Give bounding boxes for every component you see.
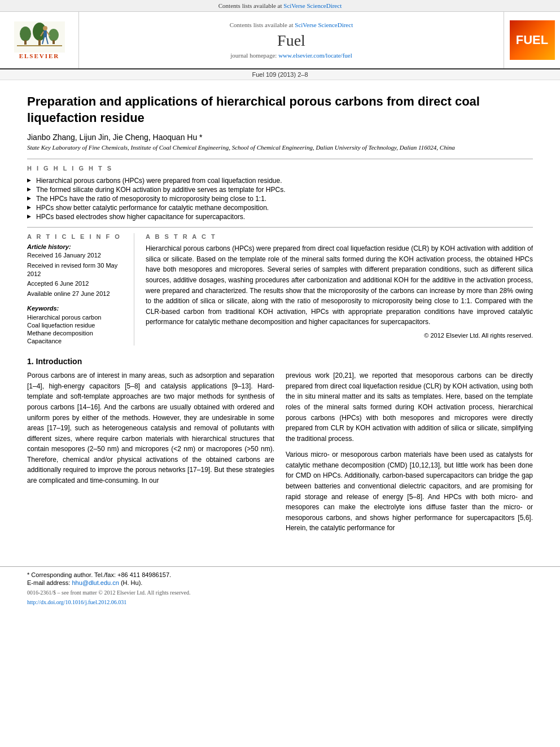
body-right-col: previous work [20,21], we reported that … xyxy=(286,370,533,539)
issue-line: Fuel 109 (2013) 2–8 xyxy=(0,69,560,80)
svg-rect-8 xyxy=(43,30,47,37)
authors-text: Jianbo Zhang, Lijun Jin, Jie Cheng, Haoq… xyxy=(27,133,203,142)
keyword-4: Capacitance xyxy=(27,338,126,344)
email-label: E-mail address: xyxy=(27,579,70,586)
intro-title: 1. Introduction xyxy=(27,357,533,366)
keywords-section: Keywords: Hierarchical porous carbon Coa… xyxy=(27,305,126,344)
abstract-copyright: © 2012 Elsevier Ltd. All rights reserved… xyxy=(146,332,533,339)
article-info-col: A R T I C L E I N F O Article history: R… xyxy=(27,233,134,346)
abstract-label: A B S T R A C T xyxy=(146,233,533,240)
elsevier-tree-icon xyxy=(14,21,65,53)
affiliation: State Key Laboratory of Fine Chemicals, … xyxy=(27,144,533,151)
journal-info-center: Contents lists available at SciVerse Sci… xyxy=(79,12,504,68)
abstract-text: Hierarchical porous carbons (HPCs) were … xyxy=(146,243,533,327)
svg-rect-4 xyxy=(38,40,41,45)
highlights-list: Hierarchical porous carbons (HPCs) were … xyxy=(27,176,533,221)
fuel-logo-box: FUEL xyxy=(510,20,555,60)
sciverse-header-link[interactable]: SciVerse ScienceDirect xyxy=(295,21,353,28)
keyword-3: Methane decomposition xyxy=(27,330,126,337)
highlights-section: H I G H L I G H T S Hierarchical porous … xyxy=(27,165,533,221)
issn-line: 0016-2361/$ – see front matter © 2012 El… xyxy=(27,589,533,596)
top-bar: Contents lists available at SciVerse Sci… xyxy=(0,0,560,12)
available-date: Available online 27 June 2012 xyxy=(27,290,126,298)
body-two-col: Porous carbons are of interest in many a… xyxy=(27,370,533,539)
svg-point-1 xyxy=(20,27,31,41)
body-content: 1. Introduction Porous carbons are of in… xyxy=(27,357,533,539)
main-content: Preparation and applications of hierarch… xyxy=(0,80,560,553)
svg-rect-2 xyxy=(24,40,27,45)
keywords-label: Keywords: xyxy=(27,305,126,312)
keyword-1: Hierarchical porous carbon xyxy=(27,314,126,321)
article-info-label: A R T I C L E I N F O xyxy=(27,233,126,240)
issn-text: 0016-2361/$ – see front matter © 2012 El… xyxy=(27,589,190,596)
journal-homepage: journal homepage: www.elsevier.com/locat… xyxy=(230,52,352,59)
svg-rect-6 xyxy=(53,40,55,44)
authors: Jianbo Zhang, Lijun Jin, Jie Cheng, Haoq… xyxy=(27,133,533,142)
contents-available-text: Contents lists available at SciVerse Sci… xyxy=(230,21,353,28)
article-history: Article history: Received 16 January 201… xyxy=(27,243,126,298)
keyword-2: Coal liquefaction residue xyxy=(27,322,126,329)
doi-line: http://dx.doi.org/10.1016/j.fuel.2012.06… xyxy=(27,599,533,605)
highlight-item-1: Hierarchical porous carbons (HPCs) were … xyxy=(27,176,533,185)
contents-text: Contents lists available at xyxy=(218,2,283,9)
elsevier-label: ELSEVIER xyxy=(19,53,60,59)
history-label: Article history: xyxy=(27,243,126,250)
journal-header: ELSEVIER Contents lists available at Sci… xyxy=(0,12,560,69)
intro-paragraph-3: Various micro- or mesoporous carbon mate… xyxy=(286,449,533,534)
received-revised-date: Received in revised form 30 May 2012 xyxy=(27,261,126,279)
body-left-col: Porous carbons are of interest in many a… xyxy=(27,370,274,539)
doi-link[interactable]: http://dx.doi.org/10.1016/j.fuel.2012.06… xyxy=(27,599,126,605)
fuel-logo-text: FUEL xyxy=(516,33,548,47)
email-note: E-mail address: hhu@dlut.edu.cn (H. Hu). xyxy=(27,579,533,586)
accepted-date: Accepted 6 June 2012 xyxy=(27,279,126,288)
highlight-item-4: HPCs show better catalytic performance f… xyxy=(27,203,533,212)
fuel-logo-area: FUEL xyxy=(504,12,560,68)
divider-highlights xyxy=(27,159,533,159)
corresponding-author-note: * Corresponding author. Tel./fax: +86 41… xyxy=(27,571,533,578)
highlight-item-2: The formed silicate during KOH activatio… xyxy=(27,185,533,194)
svg-point-7 xyxy=(43,26,47,30)
journal-homepage-link[interactable]: www.elsevier.com/locate/fuel xyxy=(278,52,352,59)
abstract-col: A B S T R A C T Hierarchical porous carb… xyxy=(146,233,533,346)
svg-point-5 xyxy=(49,29,59,41)
divider-article-info xyxy=(27,227,533,228)
highlight-item-5: HPCs based electrodes show higher capaci… xyxy=(27,212,533,221)
corresponding-author-text: * Corresponding author. Tel./fax: +86 41… xyxy=(27,571,171,578)
highlights-label: H I G H L I G H T S xyxy=(27,165,533,172)
email-link[interactable]: hhu@dlut.edu.cn xyxy=(72,579,119,586)
intro-paragraph-1: Porous carbons are of interest in many a… xyxy=(27,370,274,486)
highlight-item-3: The HPCs have the ratio of mesoporosity … xyxy=(27,194,533,203)
article-title: Preparation and applications of hierarch… xyxy=(27,94,533,126)
email-suffix: (H. Hu). xyxy=(119,579,143,586)
sciverse-link[interactable]: SciVerse ScienceDirect xyxy=(283,2,342,9)
article-info-abstract: A R T I C L E I N F O Article history: R… xyxy=(27,233,533,346)
elsevier-logo-area: ELSEVIER xyxy=(0,12,79,68)
intro-paragraph-2: previous work [20,21], we reported that … xyxy=(286,370,533,444)
received-date: Received 16 January 2012 xyxy=(27,251,126,260)
page-footer: * Corresponding author. Tel./fax: +86 41… xyxy=(0,566,560,612)
journal-title: Fuel xyxy=(277,32,305,50)
